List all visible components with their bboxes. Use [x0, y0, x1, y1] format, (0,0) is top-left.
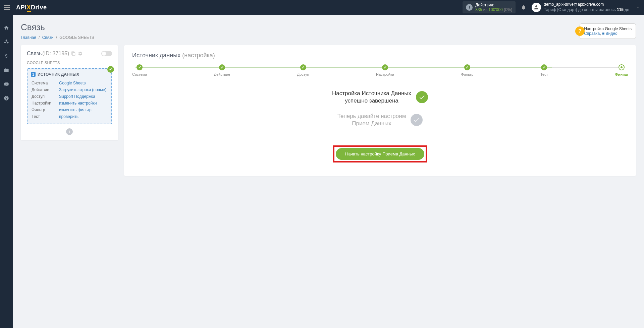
sidebar-youtube-icon[interactable]	[3, 81, 9, 87]
chevron-down-icon[interactable]	[636, 5, 640, 9]
bell-icon[interactable]	[521, 4, 526, 10]
check-pending-icon	[411, 114, 423, 126]
start-destination-setup-button[interactable]: Начать настройку Приема Данных	[336, 148, 424, 160]
status-destination-pending: Теперь давайте настроим Прием Данных	[132, 113, 628, 127]
table-row: Настройкиизменить настройки	[32, 100, 107, 106]
avatar-icon	[532, 3, 541, 12]
help-docs-link[interactable]: Справка	[584, 31, 600, 36]
copy-icon[interactable]	[71, 51, 76, 56]
table-row: Фильтризменить фильтр	[32, 107, 107, 113]
breadcrumb-current: GOOGLE SHEETS	[59, 35, 94, 40]
setup-title: Источник данных	[132, 52, 180, 59]
source-title: ИСТОЧНИК ДАННЫХ	[38, 72, 79, 77]
connection-label: Связь	[27, 51, 42, 57]
gear-icon[interactable]	[78, 51, 83, 56]
breadcrumb-links[interactable]: Связи	[42, 35, 54, 40]
check-icon	[416, 91, 428, 103]
page-title: Связь	[21, 22, 636, 32]
video-icon: ■	[602, 31, 604, 36]
step-action[interactable]: ✓Действие	[214, 64, 230, 76]
step-system[interactable]: ✓Система	[132, 64, 147, 76]
data-source-box: ✓ 1 ИСТОЧНИК ДАННЫХ СистемаGoogle Sheets…	[27, 68, 112, 124]
logo-drive: Drive	[31, 4, 47, 11]
table-row: СистемаGoogle Sheets	[32, 80, 107, 86]
menu-toggle-button[interactable]	[4, 3, 12, 11]
sidebar	[0, 15, 13, 183]
user-section[interactable]: demo_apix-drive@apix-drive.com Тариф |Ст…	[532, 2, 640, 12]
step-access[interactable]: ✓Доступ	[297, 64, 309, 76]
logo-x: X	[27, 4, 31, 12]
connection-service: GOOGLE SHEETS	[27, 61, 112, 65]
breadcrumb: Главная / Связи / GOOGLE SHEETS	[21, 35, 636, 40]
main-content: Связь Главная / Связи / GOOGLE SHEETS ? …	[13, 15, 644, 183]
help-box: ? Настройка Google Sheets Справка, ■ Вид…	[580, 23, 636, 39]
sidebar-billing-icon[interactable]	[3, 53, 9, 59]
step-settings[interactable]: ✓Настройки	[376, 64, 394, 76]
status-source-complete: Настройка Источника Данных успешно завер…	[132, 90, 628, 105]
table-row: Тестпроверить	[32, 114, 107, 120]
info-icon: i	[466, 4, 473, 11]
sidebar-home-icon[interactable]	[3, 25, 9, 31]
header-bar: APIXDrive i Действия: 335 из 100'000 (0%…	[0, 0, 644, 15]
actions-quota-text: Действия: 335 из 100'000 (0%)	[475, 3, 512, 12]
actions-quota-box[interactable]: i Действия: 335 из 100'000 (0%)	[463, 1, 516, 14]
sidebar-briefcase-icon[interactable]	[3, 67, 9, 73]
stepper: ✓Система ✓Действие ✓Доступ ✓Настройки ✓Ф…	[132, 64, 628, 76]
connection-card: Связь (ID: 37195) GOOGLE SHEETS ✓ 1 ИСТО…	[21, 45, 118, 140]
enable-toggle[interactable]	[101, 51, 112, 56]
step-finish[interactable]: Финиш	[615, 64, 628, 76]
setup-subtitle: (настройка)	[182, 52, 215, 59]
sidebar-connections-icon[interactable]	[3, 39, 9, 45]
breadcrumb-home[interactable]: Главная	[21, 35, 36, 40]
setup-card: Источник данных (настройка) ✓Система ✓Де…	[124, 45, 636, 176]
sidebar-help-icon[interactable]	[3, 95, 9, 101]
cta-highlight-frame: Начать настройку Приема Данных	[333, 145, 427, 162]
source-table: СистемаGoogle Sheets ДействиеЗагрузить с…	[31, 79, 108, 120]
source-number-badge: 1	[31, 72, 36, 77]
connection-id: (ID: 37195)	[42, 51, 69, 57]
table-row: ДействиеЗагрузить строки (новые)	[32, 87, 107, 93]
add-destination-button[interactable]: +	[66, 128, 73, 135]
help-question-icon[interactable]: ?	[575, 26, 585, 36]
step-filter[interactable]: ✓Фильтр	[461, 64, 473, 76]
table-row: ДоступSupport Поддержка	[32, 93, 107, 100]
user-info: demo_apix-drive@apix-drive.com Тариф |Ст…	[544, 2, 629, 12]
logo[interactable]: APIXDrive	[16, 4, 47, 11]
help-video-link[interactable]: Видео	[606, 31, 618, 36]
check-badge-icon: ✓	[107, 66, 114, 73]
step-test[interactable]: ✓Тест	[540, 64, 548, 76]
logo-api: API	[16, 4, 27, 11]
